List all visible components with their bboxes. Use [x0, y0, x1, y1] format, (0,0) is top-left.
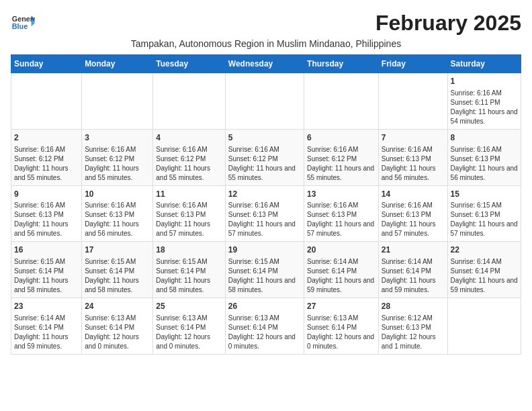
day-cell: 10Sunrise: 6:16 AM Sunset: 6:13 PM Dayli… — [82, 185, 153, 242]
header-friday: Friday — [378, 55, 447, 73]
day-info: Sunrise: 6:16 AM Sunset: 6:12 PM Dayligh… — [307, 145, 375, 183]
day-cell: 1Sunrise: 6:16 AM Sunset: 6:11 PM Daylig… — [447, 73, 521, 130]
day-info: Sunrise: 6:13 AM Sunset: 6:14 PM Dayligh… — [156, 314, 222, 351]
day-info: Sunrise: 6:15 AM Sunset: 6:14 PM Dayligh… — [228, 257, 301, 295]
day-cell: 21Sunrise: 6:14 AM Sunset: 6:14 PM Dayli… — [378, 242, 447, 298]
day-number: 1 — [451, 76, 518, 87]
day-cell: 20Sunrise: 6:14 AM Sunset: 6:14 PM Dayli… — [304, 242, 379, 298]
day-cell: 7Sunrise: 6:16 AM Sunset: 6:13 PM Daylig… — [378, 129, 447, 185]
day-info: Sunrise: 6:16 AM Sunset: 6:13 PM Dayligh… — [382, 145, 445, 183]
day-cell: 14Sunrise: 6:16 AM Sunset: 6:13 PM Dayli… — [378, 185, 447, 242]
day-number: 20 — [307, 244, 375, 256]
day-number: 28 — [382, 301, 445, 312]
day-number: 17 — [85, 244, 150, 256]
day-cell: 16Sunrise: 6:15 AM Sunset: 6:14 PM Dayli… — [11, 242, 82, 298]
day-info: Sunrise: 6:14 AM Sunset: 6:14 PM Dayligh… — [382, 257, 445, 295]
day-info: Sunrise: 6:16 AM Sunset: 6:13 PM Dayligh… — [156, 201, 222, 238]
day-cell: 3Sunrise: 6:16 AM Sunset: 6:12 PM Daylig… — [82, 129, 153, 185]
day-cell — [378, 73, 447, 130]
day-number: 21 — [382, 244, 445, 256]
day-number: 22 — [451, 244, 518, 256]
day-info: Sunrise: 6:14 AM Sunset: 6:14 PM Dayligh… — [14, 314, 79, 351]
week-row-4: 16Sunrise: 6:15 AM Sunset: 6:14 PM Dayli… — [11, 242, 521, 298]
day-info: Sunrise: 6:12 AM Sunset: 6:13 PM Dayligh… — [382, 314, 445, 351]
day-number: 3 — [85, 132, 150, 144]
logo-icon: General Blue — [11, 11, 35, 35]
header-monday: Monday — [82, 55, 153, 73]
day-number: 13 — [307, 189, 375, 200]
day-cell: 8Sunrise: 6:16 AM Sunset: 6:13 PM Daylig… — [447, 129, 521, 185]
day-cell: 13Sunrise: 6:16 AM Sunset: 6:13 PM Dayli… — [304, 185, 379, 242]
week-row-3: 9Sunrise: 6:16 AM Sunset: 6:13 PM Daylig… — [11, 185, 521, 242]
day-cell: 9Sunrise: 6:16 AM Sunset: 6:13 PM Daylig… — [11, 185, 82, 242]
day-info: Sunrise: 6:16 AM Sunset: 6:11 PM Dayligh… — [451, 89, 518, 126]
day-cell: 19Sunrise: 6:15 AM Sunset: 6:14 PM Dayli… — [225, 242, 304, 298]
day-number: 9 — [14, 189, 79, 200]
day-info: Sunrise: 6:16 AM Sunset: 6:12 PM Dayligh… — [85, 145, 150, 183]
day-info: Sunrise: 6:14 AM Sunset: 6:14 PM Dayligh… — [307, 257, 375, 295]
day-number: 7 — [382, 132, 445, 144]
day-number: 26 — [228, 301, 301, 312]
calendar-header-row: Sunday Monday Tuesday Wednesday Thursday… — [11, 55, 521, 73]
day-info: Sunrise: 6:13 AM Sunset: 6:14 PM Dayligh… — [307, 314, 375, 351]
day-cell — [153, 73, 225, 130]
header-wednesday: Wednesday — [225, 55, 304, 73]
day-number: 6 — [307, 132, 375, 144]
day-info: Sunrise: 6:15 AM Sunset: 6:14 PM Dayligh… — [85, 257, 150, 295]
calendar-table: Sunday Monday Tuesday Wednesday Thursday… — [11, 54, 521, 355]
day-info: Sunrise: 6:15 AM Sunset: 6:13 PM Dayligh… — [451, 201, 518, 238]
day-info: Sunrise: 6:16 AM Sunset: 6:12 PM Dayligh… — [14, 145, 79, 183]
day-number: 4 — [156, 132, 222, 144]
day-info: Sunrise: 6:16 AM Sunset: 6:13 PM Dayligh… — [85, 201, 150, 238]
day-cell — [225, 73, 304, 130]
header-saturday: Saturday — [447, 55, 521, 73]
day-number: 11 — [156, 189, 222, 200]
main-title: February 2025 — [375, 11, 521, 36]
day-number: 24 — [85, 301, 150, 312]
title-area: February 2025 — [375, 11, 521, 36]
day-cell: 27Sunrise: 6:13 AM Sunset: 6:14 PM Dayli… — [304, 298, 379, 355]
day-number: 8 — [451, 132, 518, 144]
day-number: 25 — [156, 301, 222, 312]
header-thursday: Thursday — [304, 55, 379, 73]
day-cell: 24Sunrise: 6:13 AM Sunset: 6:14 PM Dayli… — [82, 298, 153, 355]
day-number: 10 — [85, 189, 150, 200]
day-info: Sunrise: 6:16 AM Sunset: 6:13 PM Dayligh… — [382, 201, 445, 238]
subtitle: Tampakan, Autonomous Region in Muslim Mi… — [11, 38, 521, 49]
day-info: Sunrise: 6:16 AM Sunset: 6:13 PM Dayligh… — [14, 201, 79, 238]
day-info: Sunrise: 6:16 AM Sunset: 6:12 PM Dayligh… — [156, 145, 222, 183]
svg-text:Blue: Blue — [12, 22, 28, 30]
day-info: Sunrise: 6:16 AM Sunset: 6:13 PM Dayligh… — [451, 145, 518, 183]
day-number: 15 — [451, 189, 518, 200]
day-number: 2 — [14, 132, 79, 144]
day-info: Sunrise: 6:13 AM Sunset: 6:14 PM Dayligh… — [85, 314, 150, 351]
day-cell — [304, 73, 379, 130]
day-info: Sunrise: 6:15 AM Sunset: 6:14 PM Dayligh… — [156, 257, 222, 295]
day-number: 12 — [228, 189, 301, 200]
day-cell: 22Sunrise: 6:14 AM Sunset: 6:14 PM Dayli… — [447, 242, 521, 298]
week-row-5: 23Sunrise: 6:14 AM Sunset: 6:14 PM Dayli… — [11, 298, 521, 355]
day-number: 14 — [382, 189, 445, 200]
day-cell — [82, 73, 153, 130]
day-cell: 2Sunrise: 6:16 AM Sunset: 6:12 PM Daylig… — [11, 129, 82, 185]
day-cell: 6Sunrise: 6:16 AM Sunset: 6:12 PM Daylig… — [304, 129, 379, 185]
day-info: Sunrise: 6:14 AM Sunset: 6:14 PM Dayligh… — [451, 257, 518, 295]
day-number: 23 — [14, 301, 79, 312]
day-cell: 5Sunrise: 6:16 AM Sunset: 6:12 PM Daylig… — [225, 129, 304, 185]
day-info: Sunrise: 6:16 AM Sunset: 6:13 PM Dayligh… — [307, 201, 375, 238]
day-cell: 15Sunrise: 6:15 AM Sunset: 6:13 PM Dayli… — [447, 185, 521, 242]
day-cell — [447, 298, 521, 355]
logo: General Blue — [11, 11, 35, 35]
day-cell: 25Sunrise: 6:13 AM Sunset: 6:14 PM Dayli… — [153, 298, 225, 355]
day-info: Sunrise: 6:16 AM Sunset: 6:12 PM Dayligh… — [228, 145, 301, 183]
day-number: 5 — [228, 132, 301, 144]
day-info: Sunrise: 6:15 AM Sunset: 6:14 PM Dayligh… — [14, 257, 79, 295]
day-cell: 17Sunrise: 6:15 AM Sunset: 6:14 PM Dayli… — [82, 242, 153, 298]
day-number: 18 — [156, 244, 222, 256]
day-info: Sunrise: 6:16 AM Sunset: 6:13 PM Dayligh… — [228, 201, 301, 238]
day-cell: 23Sunrise: 6:14 AM Sunset: 6:14 PM Dayli… — [11, 298, 82, 355]
day-cell: 18Sunrise: 6:15 AM Sunset: 6:14 PM Dayli… — [153, 242, 225, 298]
header-sunday: Sunday — [11, 55, 82, 73]
day-cell: 26Sunrise: 6:13 AM Sunset: 6:14 PM Dayli… — [225, 298, 304, 355]
header-tuesday: Tuesday — [153, 55, 225, 73]
